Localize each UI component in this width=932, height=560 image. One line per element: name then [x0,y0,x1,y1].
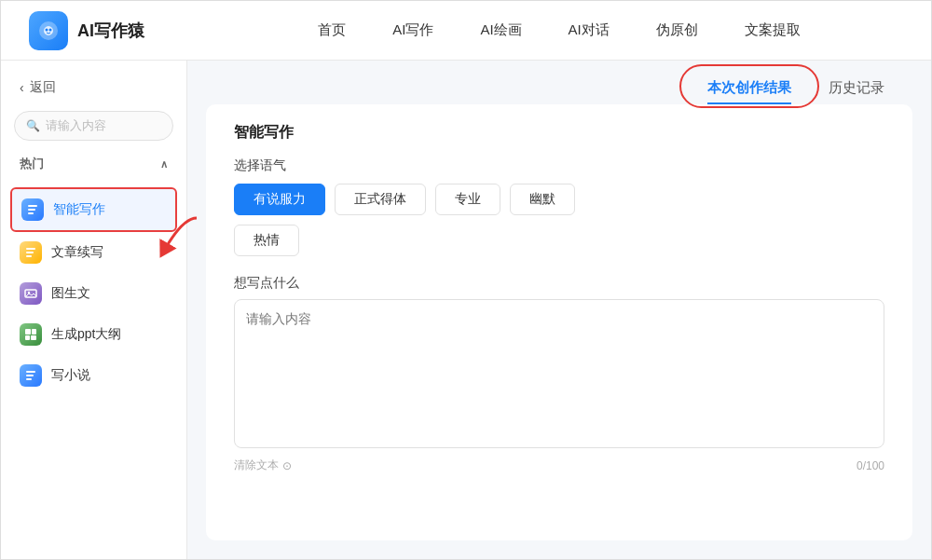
tone-btn-passionate[interactable]: 热情 [234,225,299,256]
tone-section-label: 选择语气 [234,157,884,174]
content-area: 本次创作结果 历史记录 智能写作 选择语气 有说服力 正式得体 专业 幽默 热情… [187,61,931,559]
svg-rect-8 [26,252,34,253]
tab-history-label: 历史记录 [829,79,884,95]
section-label: 热门 [20,156,44,172]
tab-history[interactable]: 历史记录 [810,72,903,104]
svg-rect-13 [32,329,36,335]
nav-ai-draw[interactable]: AI绘画 [480,18,521,43]
tab-current-result-label: 本次创作结果 [707,79,791,95]
tone-buttons-row2: 热情 [234,225,884,256]
write-novel-icon [20,364,42,387]
nav-copywriting[interactable]: 文案提取 [745,18,801,43]
sidebar-item-image-to-text[interactable]: 图生文 [1,273,186,314]
red-arrow [145,213,201,264]
write-textarea[interactable] [234,299,884,448]
back-label: 返回 [30,79,56,96]
sidebar: ‹ 返回 🔍 请输入内容 热门 ∧ 智能写作 [1,61,187,559]
main-layout: ‹ 返回 🔍 请输入内容 热门 ∧ 智能写作 [1,61,931,559]
back-button[interactable]: ‹ 返回 [1,75,186,100]
svg-rect-17 [26,375,34,376]
svg-rect-7 [26,248,35,250]
tabs-bar: 本次创作结果 历史记录 [187,61,931,104]
svg-rect-14 [25,335,30,340]
tab-current-result[interactable]: 本次创作结果 [689,72,810,104]
tone-btn-formal[interactable]: 正式得体 [335,184,426,215]
sidebar-item-label-write-novel: 写小说 [51,367,90,384]
section-collapse-icon[interactable]: ∧ [160,158,168,171]
textarea-footer: 清除文本 ⊙ 0/100 [234,458,884,473]
logo-icon [29,11,68,50]
nav-ai-write[interactable]: AI写作 [392,18,433,43]
clear-button[interactable]: 清除文本 ⊙ [234,458,292,473]
what-write-label: 想写点什么 [234,275,884,292]
svg-rect-9 [26,255,32,257]
tone-btn-professional[interactable]: 专业 [435,184,500,215]
svg-rect-12 [25,329,31,335]
sidebar-item-ppt-outline[interactable]: 生成ppt大纲 [1,314,186,355]
sidebar-item-label-smart-write: 智能写作 [53,201,105,218]
svg-point-1 [46,28,48,31]
svg-point-2 [49,28,52,31]
article-continue-icon [20,241,42,264]
svg-rect-15 [31,335,36,340]
smart-write-icon [21,198,44,221]
logo-text: AI写作猿 [77,20,144,42]
image-to-text-icon [20,282,42,305]
svg-rect-16 [26,371,35,373]
nav-home[interactable]: 首页 [318,18,346,43]
nav-links: 首页 AI写作 AI绘画 AI对话 伪原创 文案提取 [215,18,903,43]
sidebar-item-write-novel[interactable]: 写小说 [1,355,186,396]
ppt-outline-icon [20,323,42,346]
tone-btn-persuasive[interactable]: 有说服力 [234,184,325,215]
tone-btn-humorous[interactable]: 幽默 [510,184,575,215]
nav-anti-plagiarism[interactable]: 伪原创 [656,18,698,43]
sidebar-item-label-article-continue: 文章续写 [51,244,103,261]
sidebar-item-label-ppt-outline: 生成ppt大纲 [51,326,121,343]
search-box[interactable]: 🔍 请输入内容 [14,111,173,141]
main-content: 智能写作 选择语气 有说服力 正式得体 专业 幽默 热情 想写点什么 清除文本 … [206,104,912,540]
search-icon: 🔍 [26,119,40,132]
section-header: 热门 ∧ [1,152,186,176]
search-placeholder: 请输入内容 [46,117,106,134]
svg-rect-4 [28,209,35,211]
clear-icon: ⊙ [282,459,292,472]
back-chevron: ‹ [20,80,24,95]
svg-rect-18 [26,378,32,380]
top-navigation: AI写作猿 首页 AI写作 AI绘画 AI对话 伪原创 文案提取 [1,1,931,61]
tone-buttons: 有说服力 正式得体 专业 幽默 [234,184,884,215]
sidebar-items: 智能写作 [1,187,186,396]
char-count: 0/100 [857,459,884,472]
svg-rect-3 [28,205,37,207]
nav-ai-chat[interactable]: AI对话 [569,18,610,43]
sidebar-item-label-image-to-text: 图生文 [51,285,90,302]
clear-label: 清除文本 [234,458,279,473]
svg-rect-5 [28,212,34,214]
section-title: 智能写作 [234,123,884,143]
logo-area: AI写作猿 [29,11,215,50]
